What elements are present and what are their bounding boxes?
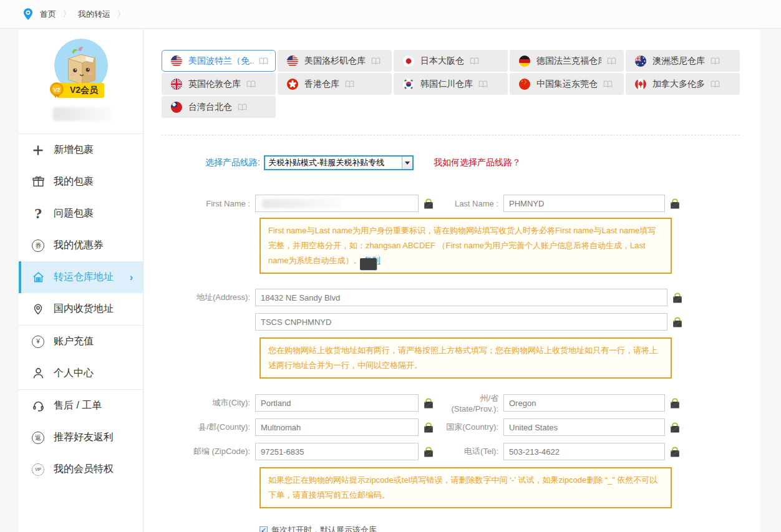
coupon-icon: 券 — [31, 239, 45, 253]
sidebar-item-9[interactable]: 售后 / 工单 — [19, 390, 143, 422]
warehouse-tab-us-1[interactable]: 美国洛杉矶仓库 — [278, 50, 392, 72]
last-name-input[interactable] — [503, 195, 665, 212]
sidebar-item-label: 个人中心 — [54, 367, 94, 380]
ca-flag-icon — [635, 79, 646, 90]
warehouse-tab-label: 德国法兰克福仓库 — [536, 56, 601, 67]
sidebar-item-5[interactable]: 转运仓库地址› — [19, 261, 143, 293]
address-book-icon[interactable] — [371, 56, 381, 65]
address-format-notice: 您在购物网站上收货地址如有两行，请严格按照上方格式填写；您在购物网站上收货地址如… — [260, 337, 672, 379]
warehouse-tab-gb-5[interactable]: 英国伦敦仓库 — [162, 73, 276, 95]
state-label: 州/省(State/Prov.): — [435, 393, 503, 414]
default-warehouse-checkbox[interactable]: ✓ — [260, 526, 268, 532]
address-book-icon[interactable] — [710, 79, 720, 89]
copy-icon[interactable] — [422, 446, 435, 458]
sidebar-item-label: 新增包裹 — [54, 143, 94, 157]
copy-icon[interactable] — [422, 397, 435, 409]
warehouse-tab-label: 加拿大多伦多 — [652, 79, 705, 90]
address-line2-input[interactable] — [255, 313, 667, 331]
sidebar-menu: 新增包裹我的包裹?问题包裹券我的优惠券转运仓库地址›国内收货地址¥账户充值个人中… — [19, 134, 143, 485]
sidebar-item-3[interactable]: ?问题包裹 — [19, 198, 143, 230]
gb-flag-icon — [171, 79, 182, 90]
address-label: 地址(Address): — [162, 292, 255, 303]
copy-icon[interactable] — [422, 198, 435, 210]
country-input[interactable] — [503, 418, 665, 436]
tw-flag-icon — [171, 102, 182, 113]
profile-card: V2 V2会员 — [19, 29, 143, 134]
sidebar-item-label: 账户充值 — [54, 335, 94, 348]
warehouse-tab-tw-10[interactable]: 台湾台北仓 — [162, 96, 276, 118]
copy-icon[interactable] — [669, 422, 681, 433]
address-line1-input[interactable] — [255, 289, 667, 306]
address-book-icon[interactable] — [478, 79, 488, 89]
us-flag-icon — [171, 56, 182, 67]
first-name-redacted — [261, 199, 342, 208]
warehouse-tab-de-3[interactable]: 德国法兰克福仓库 — [510, 50, 624, 72]
county-label: 县/郡(County): — [162, 422, 255, 433]
sidebar-item-label: 推荐好友返利 — [54, 431, 114, 444]
warehouse-tab-label: 澳洲悉尼仓库 — [652, 56, 705, 67]
zipcode-tip-notice: 如果您正在购物的网站提示zipcode或tel填写错误，请删除数字中间 ‘-’ … — [260, 467, 672, 508]
sidebar-item-6[interactable]: 国内收货地址 — [19, 293, 143, 325]
sidebar-item-label: 售后 / 工单 — [54, 399, 102, 412]
sidebar-item-2[interactable]: 我的包裹 — [19, 166, 143, 198]
sidebar-item-7[interactable]: ¥账户充值 — [19, 326, 143, 357]
sidebar-item-4[interactable]: 券我的优惠券 — [19, 230, 143, 261]
address-book-icon[interactable] — [237, 102, 248, 112]
warehouse-tab-label: 美国波特兰（免... — [188, 56, 253, 67]
warehouse-tab-us-0[interactable]: 美国波特兰（免... — [162, 50, 276, 72]
warehouse-tab-au-4[interactable]: 澳洲悉尼仓库 — [626, 50, 740, 72]
warehouse-tab-label: 香港仓库 — [304, 79, 339, 90]
dropdown-arrow-icon[interactable] — [402, 157, 412, 169]
sidebar-item-label: 我的会员特权 — [54, 463, 114, 476]
copy-icon[interactable] — [669, 446, 681, 458]
zipcode-input[interactable] — [255, 443, 419, 460]
address-book-icon[interactable] — [344, 79, 355, 89]
tel-label: 电话(Tel): — [435, 446, 503, 457]
copy-icon[interactable] — [671, 316, 684, 328]
copy-icon[interactable] — [669, 397, 681, 409]
copy-icon[interactable] — [669, 198, 681, 210]
warehouse-tab-label: 台湾台北仓 — [188, 102, 232, 113]
rebate-icon: 返 — [31, 431, 45, 445]
address-book-icon[interactable] — [246, 79, 256, 89]
au-flag-icon — [635, 56, 646, 67]
tooltip-blob — [360, 258, 377, 270]
address-book-icon[interactable] — [710, 56, 720, 65]
warehouse-tab-cn-8[interactable]: 中国集运东莞仓 — [510, 73, 624, 95]
warehouse-tab-ca-9[interactable]: 加拿大多伦多 — [626, 73, 740, 95]
headset-icon — [31, 399, 45, 413]
breadcrumb-home[interactable]: 首页 — [40, 9, 56, 20]
city-input[interactable] — [255, 394, 419, 412]
sidebar-item-11[interactable]: VIP我的会员特权 — [19, 453, 143, 485]
copy-icon[interactable] — [671, 292, 684, 304]
plus-icon — [31, 143, 45, 157]
tel-input[interactable] — [503, 443, 665, 460]
sidebar-item-10[interactable]: 返推荐好友返利 — [19, 422, 143, 453]
warehouse-tab-hk-6[interactable]: 香港仓库 — [278, 73, 392, 95]
last-name-label: Last Name : — [435, 199, 503, 208]
warehouse-tab-label: 中国集运东莞仓 — [536, 79, 598, 90]
address-book-icon[interactable] — [469, 56, 480, 65]
breadcrumb-current[interactable]: 我的转运 — [78, 9, 110, 20]
hk-flag-icon — [287, 79, 298, 90]
county-input[interactable] — [255, 418, 419, 436]
svg-text:V2: V2 — [53, 87, 60, 93]
address-book-icon[interactable] — [606, 56, 617, 65]
country-label: 国家(Country): — [435, 422, 503, 433]
warehouse-tab-label: 美国洛杉矶仓库 — [304, 56, 366, 67]
warehouse-tab-jp-2[interactable]: 日本大阪仓 — [394, 50, 508, 72]
copy-icon[interactable] — [422, 422, 435, 433]
sidebar-item-1[interactable]: 新增包裹 — [19, 134, 143, 166]
product-line-select[interactable]: 关税补贴模式-鞋服关税补贴专线 — [264, 155, 414, 170]
product-line-help-link[interactable]: 我如何选择产品线路？ — [434, 157, 521, 168]
dashed-divider — [162, 135, 740, 135]
address-book-icon[interactable] — [603, 79, 613, 89]
package-icon — [31, 175, 45, 189]
sidebar-item-8[interactable]: 个人中心 — [19, 357, 143, 389]
breadcrumb: 首页 〉 我的转运 〉 — [0, 0, 781, 29]
warehouse-tab-kr-7[interactable]: 韩国仁川仓库 — [394, 73, 508, 95]
sidebar-item-label: 国内收货地址 — [54, 302, 114, 316]
address-book-icon[interactable] — [258, 56, 269, 65]
kr-flag-icon — [403, 79, 414, 90]
state-input[interactable] — [503, 394, 665, 412]
